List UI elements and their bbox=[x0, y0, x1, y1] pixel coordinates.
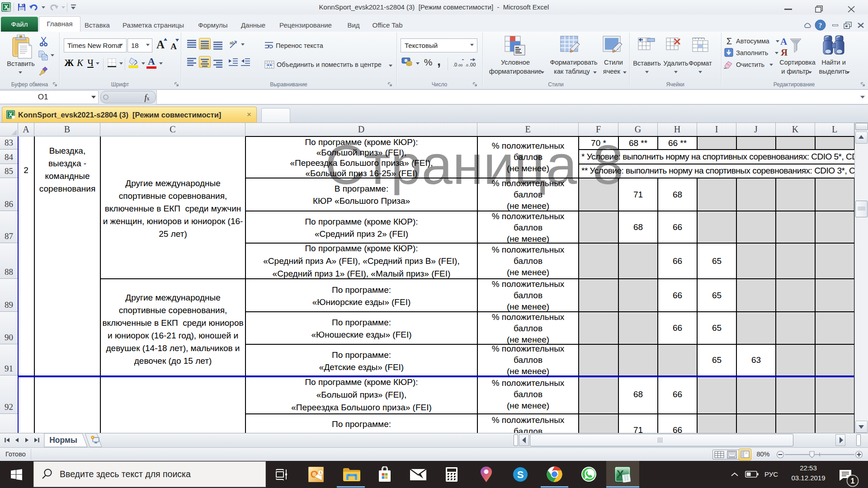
svg-text:S: S bbox=[517, 469, 524, 480]
svg-text:O: O bbox=[310, 469, 318, 480]
svg-text:.00: .00 bbox=[458, 63, 463, 67]
svg-text:А: А bbox=[780, 36, 788, 47]
svg-text:1: 1 bbox=[851, 477, 855, 485]
svg-text:ab: ab bbox=[230, 41, 234, 45]
svg-text:.0: .0 bbox=[453, 62, 457, 67]
svg-text:.00: .00 bbox=[469, 62, 476, 67]
svg-text:Я: Я bbox=[781, 47, 788, 58]
svg-text:?: ? bbox=[819, 22, 822, 29]
svg-text:.0: .0 bbox=[465, 63, 468, 67]
